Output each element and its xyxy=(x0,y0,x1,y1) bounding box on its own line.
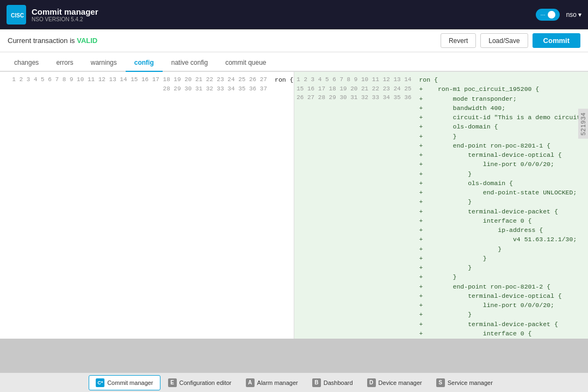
taskbar-item-alarm-manager[interactable]: AAlarm manager xyxy=(239,375,305,390)
tab-warnings[interactable]: warnings xyxy=(82,54,126,72)
nso-dropdown[interactable]: nso ▾ xyxy=(566,11,581,19)
load-save-button[interactable]: Load/Save xyxy=(480,33,528,48)
tab-commit-queue[interactable]: commit queue xyxy=(216,54,275,72)
task-letter-icon: C* xyxy=(96,378,104,387)
app-main-title: Commit manager xyxy=(32,7,98,16)
svg-text:CISCO: CISCO xyxy=(11,13,24,19)
valid-badge: VALID xyxy=(77,36,97,45)
tab-errors[interactable]: errors xyxy=(47,54,82,72)
task-letter-icon: A xyxy=(246,378,255,387)
transaction-bar: Current transaction is VALID Revert Load… xyxy=(0,29,588,52)
right-code-content: ron { + ron-m1 poc_circuit_195200 { + mo… xyxy=(416,72,588,339)
task-label: Alarm manager xyxy=(257,379,298,386)
app-title-block: Commit manager NSO VERSION 5.4.2 xyxy=(32,7,98,22)
tab-bar: changeserrorswarningsconfignative config… xyxy=(0,52,588,72)
task-letter-icon: E xyxy=(168,378,177,387)
taskbar-item-configuration-editor[interactable]: EConfiguration editor xyxy=(162,375,238,390)
left-code-content: ron { } xyxy=(271,72,294,339)
revert-button[interactable]: Revert xyxy=(441,33,476,48)
app-header: CISCO Commit manager NSO VERSION 5.4.2 ·… xyxy=(0,0,588,29)
chevron-down-icon: ▾ xyxy=(578,11,581,19)
tab-changes[interactable]: changes xyxy=(5,54,47,72)
taskbar-item-commit-manager[interactable]: C*Commit manager xyxy=(89,375,160,390)
toggle-button[interactable]: ··· xyxy=(536,9,559,21)
main-content: 1 2 3 4 5 6 7 8 9 10 11 12 13 14 15 16 1… xyxy=(0,72,588,339)
right-code-pane: 1 2 3 4 5 6 7 8 9 10 11 12 13 14 15 16 1… xyxy=(294,72,589,339)
transaction-buttons: Revert Load/Save Commit xyxy=(441,33,580,48)
left-line-numbers: 1 2 3 4 5 6 7 8 9 10 11 12 13 14 15 16 1… xyxy=(0,72,271,339)
toggle-dots: ··· xyxy=(540,11,545,18)
taskbar-item-service-manager[interactable]: SService manager xyxy=(430,375,499,390)
commit-button[interactable]: Commit xyxy=(533,33,580,48)
transaction-status-text: Current transaction is VALID xyxy=(8,36,97,45)
left-code-panel: 1 2 3 4 5 6 7 8 9 10 11 12 13 14 15 16 1… xyxy=(0,72,294,339)
right-code-panel: 1 2 3 4 5 6 7 8 9 10 11 12 13 14 15 16 1… xyxy=(294,72,589,339)
left-code-pane: 1 2 3 4 5 6 7 8 9 10 11 12 13 14 15 16 1… xyxy=(0,72,294,339)
task-label: Dashboard xyxy=(324,379,353,386)
task-letter-icon: D xyxy=(367,378,376,387)
app-subtitle: NSO VERSION 5.4.2 xyxy=(32,16,98,22)
toggle-circle-icon xyxy=(548,11,555,19)
side-number: 521934 xyxy=(578,109,588,139)
taskbar-item-dashboard[interactable]: BDashboard xyxy=(306,375,360,390)
task-letter-icon: S xyxy=(436,378,445,387)
task-label: Device manager xyxy=(379,379,422,386)
right-line-numbers: 1 2 3 4 5 6 7 8 9 10 11 12 13 14 15 16 1… xyxy=(294,72,416,339)
task-label: Commit manager xyxy=(107,379,153,386)
taskbar-item-device-manager[interactable]: DDevice manager xyxy=(361,375,429,390)
task-label: Service manager xyxy=(448,379,493,386)
task-letter-icon: B xyxy=(312,378,321,387)
header-left: CISCO Commit manager NSO VERSION 5.4.2 xyxy=(7,5,98,24)
cisco-logo-icon: CISCO xyxy=(7,5,26,24)
task-label: Configuration editor xyxy=(180,379,232,386)
taskbar: C*Commit managerEConfiguration editorAAl… xyxy=(0,372,588,392)
transaction-prefix: Current transaction is xyxy=(8,36,75,45)
tab-native-config[interactable]: native config xyxy=(163,54,216,72)
tab-config[interactable]: config xyxy=(126,54,163,72)
nso-label: nso xyxy=(566,11,577,19)
header-right: ··· nso ▾ xyxy=(536,9,581,21)
